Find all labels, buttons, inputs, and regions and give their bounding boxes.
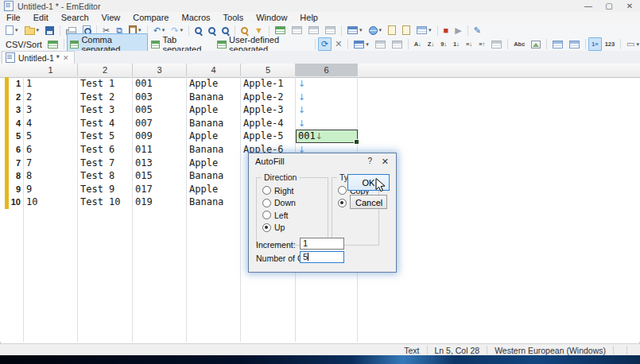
convert-csv-button[interactable] (389, 39, 405, 50)
minimize-button[interactable]: — (578, 1, 599, 12)
menu-view[interactable]: View (95, 12, 127, 23)
plugins-button[interactable]: ▾ (413, 25, 435, 36)
grid-cell[interactable]: Apple-5 (243, 130, 293, 142)
grid-cell[interactable]: Apple-1 (243, 77, 293, 90)
save-button[interactable] (42, 25, 57, 37)
grid-cell[interactable]: 5 (26, 130, 76, 142)
radio-right[interactable]: Right (262, 184, 326, 197)
grid-cell[interactable]: Test 9 (80, 183, 130, 196)
menu-window[interactable]: Window (250, 12, 293, 23)
tab-untitled-1[interactable]: Untitled-1 * ✕ (2, 51, 75, 64)
macro-tool-button[interactable]: ✎ (471, 24, 484, 37)
grid-cell[interactable]: ↓ (298, 91, 355, 104)
menu-compare[interactable]: Compare (126, 12, 175, 23)
tab-close-icon[interactable]: ✕ (63, 54, 69, 62)
dialog-title-bar[interactable]: AutoFill ? ✕ (249, 153, 396, 169)
grid-cell[interactable]: 009 (135, 130, 184, 142)
csv-options-button[interactable] (45, 39, 61, 50)
grid-cell[interactable]: Banana (189, 143, 239, 156)
row-number[interactable]: 2 (0, 91, 21, 103)
row-number[interactable]: 9 (0, 183, 21, 196)
line-numbers-button[interactable]: 1≡ (588, 37, 602, 51)
sort-largest-to-smallest-button[interactable]: 1↓ (450, 37, 463, 51)
column-header-2[interactable]: 2 (78, 64, 133, 76)
grid-cell[interactable]: 3 (26, 103, 76, 116)
row-number[interactable]: 3 (0, 103, 21, 116)
play-macro-button[interactable]: ▶ (452, 24, 464, 37)
grid-cell[interactable]: Test 4 (80, 117, 130, 130)
grid-cell[interactable]: Test 2 (80, 91, 130, 103)
grid-cell[interactable]: 1 (26, 77, 76, 90)
number-of-cells-field[interactable]: 5 (300, 251, 344, 263)
grid-cell[interactable]: 013 (135, 157, 184, 169)
select-column-button[interactable]: ▾ (351, 39, 372, 50)
grid-cell[interactable]: 9 (26, 183, 76, 196)
export-button[interactable]: ▾ (344, 25, 366, 36)
grid-cell[interactable]: Test 1 (80, 77, 130, 90)
split-pane-button[interactable] (549, 39, 566, 50)
grid-cell[interactable]: Banana (189, 91, 239, 103)
close-button[interactable]: ✕ (619, 1, 640, 12)
grid-cell[interactable]: 011 (135, 143, 184, 156)
status-item[interactable]: Western European (Windows) (487, 345, 613, 356)
row-number[interactable]: 10 (0, 196, 21, 208)
workspace-3-button[interactable] (322, 25, 339, 36)
fill-handle[interactable] (354, 139, 359, 145)
selected-cell[interactable]: 001↓ (296, 130, 358, 143)
column-header-5[interactable]: 5 (241, 64, 296, 76)
row-number[interactable]: 5 (0, 130, 21, 142)
row-number[interactable]: 4 (0, 117, 21, 130)
menu-help[interactable]: Help (293, 12, 324, 23)
sort-longest-to-shortest-button[interactable]: ≡↑ (475, 37, 488, 51)
grid-cell[interactable]: Banana (189, 196, 239, 208)
compare-rescan-button[interactable] (399, 24, 413, 37)
grid-cell[interactable]: 017 (135, 183, 184, 196)
grid-cell[interactable]: 019 (135, 196, 184, 208)
grid-cell[interactable]: 007 (135, 117, 184, 130)
radio-up[interactable]: Up (262, 222, 326, 234)
spell-check-button[interactable]: Abc (510, 37, 528, 51)
grid-cell[interactable]: ↓ (298, 117, 355, 130)
grid-cell[interactable]: Test 6 (80, 143, 130, 156)
grid-cell[interactable]: Test 7 (80, 157, 130, 169)
grid-cell[interactable]: 6 (26, 143, 76, 156)
maximize-button[interactable]: ▢ (599, 1, 619, 12)
grid-cell[interactable]: Apple (189, 130, 239, 142)
cancel-button[interactable]: Cancel (350, 195, 387, 209)
sync-scroll-button[interactable] (566, 39, 583, 50)
grid-cell[interactable]: ↓ (298, 103, 355, 117)
sort-shortest-to-longest-button[interactable]: ≡↓ (463, 37, 475, 51)
record-macro-button[interactable]: ■ (440, 24, 452, 37)
menu-search[interactable]: Search (55, 12, 95, 23)
status-item[interactable]: Text (397, 345, 426, 356)
menu-file[interactable]: File (0, 12, 27, 23)
row-number[interactable]: 1 (0, 77, 21, 90)
ruler-button[interactable]: 123 (602, 37, 619, 51)
grid-cell[interactable]: Apple-3 (243, 103, 293, 116)
menu-edit[interactable]: Edit (27, 12, 55, 23)
grid-cell[interactable]: 015 (135, 169, 184, 182)
grid-cell[interactable]: Apple (189, 157, 239, 169)
menu-macros[interactable]: Macros (175, 12, 216, 23)
column-header-6[interactable]: 6 (296, 64, 358, 76)
adjust-separators-button[interactable]: ✕ (332, 37, 345, 51)
grid-cell[interactable]: ↓ (298, 77, 355, 91)
grid-cell[interactable]: Apple-4 (243, 117, 293, 130)
help-icon[interactable]: ? (367, 157, 372, 165)
row-number[interactable]: 6 (0, 143, 21, 156)
grid-cell[interactable]: 003 (135, 91, 184, 103)
grid-cell[interactable]: 001 (135, 77, 184, 90)
grid-cell[interactable]: Banana (189, 169, 239, 182)
sort-z-to-a-button[interactable]: Z↓ (425, 37, 437, 51)
grid-cell[interactable]: Banana (189, 117, 239, 130)
row-number[interactable]: 7 (0, 157, 21, 169)
refresh-button[interactable]: ⟳ (318, 37, 332, 51)
increment-field[interactable]: 1 (300, 238, 344, 250)
grid-cell[interactable]: 005 (135, 103, 184, 116)
character-map-button[interactable] (528, 39, 544, 50)
column-header-4[interactable]: 4 (187, 64, 241, 76)
grid-cell[interactable]: 7 (26, 157, 76, 169)
cell-selection-button[interactable] (372, 39, 389, 50)
row-number[interactable]: 8 (0, 169, 21, 182)
grid-cell[interactable]: 8 (26, 169, 76, 182)
